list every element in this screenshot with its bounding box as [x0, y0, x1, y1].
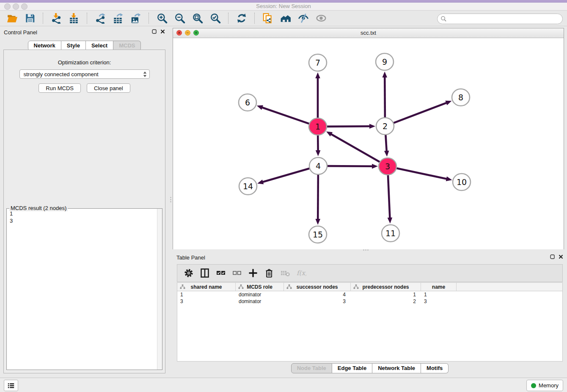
graph-node-11[interactable]: 11: [382, 225, 399, 242]
zoom-selected-icon: [210, 13, 221, 24]
delete-table-icon: [280, 268, 290, 278]
edge-2-9[interactable]: [385, 76, 385, 118]
cell-successor-nodes[interactable]: 3: [284, 298, 351, 304]
delete-column-trash-button[interactable]: [263, 267, 275, 279]
export-table-button[interactable]: [111, 12, 125, 25]
table-row[interactable]: 3dominator323: [177, 298, 562, 305]
gear-button[interactable]: [182, 267, 195, 279]
export-table-icon: [113, 13, 124, 24]
column-header-MCDS-role[interactable]: MCDS role: [236, 283, 284, 291]
graph-node-1[interactable]: 1: [309, 118, 327, 135]
edge-4-14[interactable]: [262, 168, 310, 182]
clone-network-button[interactable]: [261, 12, 275, 25]
graph-node-8[interactable]: 8: [452, 89, 470, 106]
edge-3-11[interactable]: [388, 175, 390, 219]
network-canvas[interactable]: 7968124314101511: [173, 38, 564, 249]
result-scrollbar[interactable]: [157, 209, 162, 370]
column-header-successor-nodes[interactable]: successor nodes: [284, 283, 351, 291]
graph-node-4[interactable]: 4: [309, 157, 327, 174]
delete-column-trash-icon: [264, 268, 274, 278]
tab-motifs[interactable]: Motifs: [421, 363, 449, 373]
cell-shared-name[interactable]: 1: [177, 292, 236, 298]
cell-predecessor-nodes[interactable]: 1: [351, 292, 421, 298]
search-box[interactable]: [437, 14, 563, 24]
table-row[interactable]: 1dominator411: [177, 291, 562, 298]
zoom-out-button[interactable]: [173, 12, 187, 25]
svg-text:6: 6: [245, 98, 250, 107]
network-window-title: scc.txt: [173, 30, 564, 36]
graph-node-7[interactable]: 7: [309, 54, 327, 71]
close-panel-icon[interactable]: [160, 29, 165, 34]
task-history-button[interactable]: [4, 380, 18, 391]
svg-text:7: 7: [315, 58, 320, 67]
edge-arrowhead-2-3: [384, 151, 389, 157]
graph-node-14[interactable]: 14: [239, 178, 257, 195]
hide-selected-eye-slash-button[interactable]: [297, 12, 310, 25]
edge-4-3[interactable]: [327, 166, 373, 166]
first-neighbors-houses-button[interactable]: [279, 12, 292, 25]
graph-node-10[interactable]: 10: [453, 174, 471, 190]
edge-2-8[interactable]: [394, 102, 448, 123]
graph-node-3[interactable]: 3: [379, 158, 396, 175]
split-columns-button[interactable]: [198, 267, 211, 279]
export-network-icon: [95, 13, 106, 24]
graph-node-15[interactable]: 15: [309, 226, 327, 243]
close-panel-button[interactable]: Close panel: [87, 83, 130, 93]
refresh-layout-button[interactable]: [235, 12, 248, 25]
save-session-icon: [25, 13, 36, 24]
edge-3-10[interactable]: [396, 168, 448, 179]
tab-node-table[interactable]: Node Table: [291, 363, 332, 373]
node-table[interactable]: shared nameMCDS rolesuccessor nodesprede…: [177, 282, 563, 362]
graph-node-6[interactable]: 6: [239, 94, 256, 111]
network-window-titlebar[interactable]: × − + scc.txt: [173, 28, 564, 38]
search-input[interactable]: [447, 15, 562, 23]
zoom-selected-button[interactable]: [209, 12, 222, 25]
export-network-button[interactable]: [94, 12, 107, 25]
float-panel-icon[interactable]: [151, 29, 157, 34]
edge-4-15[interactable]: [318, 174, 318, 220]
edge-1-6[interactable]: [261, 107, 309, 124]
edge-1-2[interactable]: [327, 126, 371, 127]
cell-MCDS-role[interactable]: dominator: [236, 292, 284, 298]
select-chevrons-icon: [142, 70, 148, 78]
optimization-criterion-select[interactable]: strongly connected component: [19, 69, 150, 79]
import-network-button[interactable]: [50, 12, 63, 25]
zoom-in-button[interactable]: [155, 12, 169, 25]
open-session-icon: [7, 13, 18, 24]
horizontal-splitter-grip[interactable]: [362, 249, 369, 251]
cell-predecessor-nodes[interactable]: 2: [351, 298, 421, 304]
show-hidden-eye-button[interactable]: [314, 12, 328, 25]
import-table-button[interactable]: [67, 12, 81, 25]
cell-successor-nodes[interactable]: 4: [284, 292, 351, 298]
vertical-splitter-grip[interactable]: [170, 196, 172, 203]
column-header-shared-name[interactable]: shared name: [177, 283, 236, 291]
cell-name[interactable]: 1: [421, 292, 457, 298]
run-mcds-button[interactable]: Run MCDS: [39, 83, 81, 93]
cell-shared-name[interactable]: 3: [177, 298, 236, 304]
select-all-checkboxes-button[interactable]: [215, 267, 227, 279]
zoom-fit-button[interactable]: [191, 12, 204, 25]
cell-MCDS-role[interactable]: dominator: [236, 298, 284, 304]
float-table-panel-icon[interactable]: [550, 254, 555, 259]
edge-2-3[interactable]: [385, 135, 387, 152]
mcds-result-area[interactable]: 1 3: [7, 209, 162, 370]
network-view-window: × − + scc.txt 7968124314101511: [173, 28, 564, 249]
cell-name[interactable]: 3: [421, 298, 457, 304]
graph-node-9[interactable]: 9: [376, 53, 394, 70]
open-session-button[interactable]: [6, 12, 19, 25]
export-image-button[interactable]: [129, 12, 143, 25]
tab-edge-table[interactable]: Edge Table: [332, 363, 372, 373]
network-graph[interactable]: 7968124314101511: [173, 38, 564, 249]
close-table-panel-icon[interactable]: [558, 254, 564, 259]
column-header-predecessor-nodes[interactable]: predecessor nodes: [351, 283, 421, 291]
show-hidden-eye-icon: [316, 13, 327, 24]
graph-node-2[interactable]: 2: [376, 118, 394, 135]
tab-network-table[interactable]: Network Table: [372, 363, 421, 373]
add-column-plus-button[interactable]: [247, 267, 259, 279]
clone-network-icon: [262, 13, 273, 24]
column-header-name[interactable]: name: [421, 283, 457, 291]
edge-3-1[interactable]: [330, 134, 380, 162]
memory-button[interactable]: Memory: [526, 380, 563, 391]
save-session-button[interactable]: [23, 12, 37, 25]
deselect-all-checkboxes-button[interactable]: [231, 267, 243, 279]
